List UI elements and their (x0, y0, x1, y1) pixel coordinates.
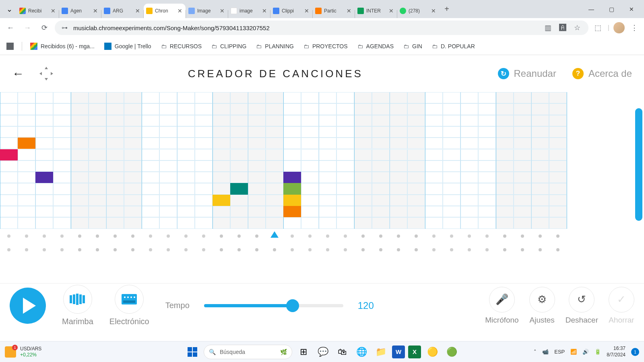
note-block[interactable] (230, 183, 248, 194)
grid-cell[interactable] (106, 183, 124, 194)
grid-cell[interactable] (390, 149, 407, 160)
grid-cell[interactable] (35, 115, 53, 126)
grid-cell[interactable] (301, 138, 319, 149)
grid-cell[interactable] (425, 183, 443, 194)
about-button[interactable]: ? Acerca de (572, 68, 632, 79)
grid-cell[interactable] (106, 160, 124, 172)
bookmark-item[interactable]: Google | Trello (104, 43, 151, 50)
browser-tab[interactable]: (278)✕ (397, 4, 439, 18)
grid-cell[interactable] (89, 126, 106, 138)
grid-cell[interactable] (407, 206, 425, 217)
grid-cell[interactable] (549, 92, 567, 103)
grid-cell[interactable] (53, 115, 71, 126)
grid-cell[interactable] (336, 126, 354, 138)
drum-cell[interactable] (326, 248, 329, 251)
grid-cell[interactable] (460, 115, 478, 126)
drum-cell[interactable] (539, 248, 542, 251)
drum-cell[interactable] (450, 248, 453, 251)
grid-cell[interactable] (71, 183, 89, 194)
grid-cell[interactable] (18, 92, 35, 103)
grid-cell[interactable] (142, 92, 159, 103)
grid-cell[interactable] (336, 92, 354, 103)
drum-cell[interactable] (361, 234, 365, 238)
grid-cell[interactable] (496, 206, 514, 217)
site-info-icon[interactable]: ⊶ (60, 24, 68, 32)
grid-cell[interactable] (53, 172, 71, 183)
grid-cell[interactable] (35, 92, 53, 103)
grid-cell[interactable] (53, 149, 71, 160)
grid-cell[interactable] (195, 126, 213, 138)
grid-cell[interactable] (301, 172, 319, 183)
grid-cell[interactable] (35, 217, 53, 228)
grid-cell[interactable] (531, 92, 549, 103)
grid-cell[interactable] (230, 172, 248, 183)
grid-cell[interactable] (71, 138, 89, 149)
grid-cell[interactable] (336, 195, 354, 206)
grid-cell[interactable] (177, 103, 195, 115)
grid-cell[interactable] (460, 92, 478, 103)
grid-cell[interactable] (0, 103, 18, 115)
grid-cell[interactable] (390, 160, 407, 172)
grid-cell[interactable] (230, 126, 248, 138)
grid-cell[interactable] (248, 206, 266, 217)
grid-cell[interactable] (354, 92, 372, 103)
grid-cell[interactable] (336, 206, 354, 217)
grid-cell[interactable] (142, 126, 159, 138)
taskbar-widgets[interactable]: 1 USD/ARS +0,22% (5, 346, 41, 358)
drum-cell[interactable] (415, 248, 418, 251)
grid-cell[interactable] (159, 160, 177, 172)
grid-cell[interactable] (177, 206, 195, 217)
grid-cell[interactable] (531, 206, 549, 217)
bookmark-item[interactable]: 🗀RECURSOS (161, 43, 202, 50)
grid-cell[interactable] (478, 92, 496, 103)
grid-cell[interactable] (514, 183, 531, 194)
grid-cell[interactable] (177, 217, 195, 228)
drum-cell[interactable] (291, 248, 294, 251)
grid-cell[interactable] (443, 195, 460, 206)
grid-cell[interactable] (407, 92, 425, 103)
move-icon[interactable] (39, 67, 53, 80)
grid-cell[interactable] (407, 138, 425, 149)
reader-icon[interactable]: ▥ (543, 22, 554, 33)
grid-cell[interactable] (514, 172, 531, 183)
grid-cell[interactable] (460, 149, 478, 160)
grid-cell[interactable] (142, 160, 159, 172)
grid-cell[interactable] (443, 217, 460, 228)
grid-cell[interactable] (514, 217, 531, 228)
grid-cell[interactable] (159, 103, 177, 115)
grid-cell[interactable] (425, 126, 443, 138)
grid-cell[interactable] (142, 217, 159, 228)
grid-cell[interactable] (53, 217, 71, 228)
grid-cell[interactable] (354, 103, 372, 115)
tray-volume-icon[interactable]: 🔊 (582, 349, 589, 355)
grid-cell[interactable] (195, 217, 213, 228)
grid-cell[interactable] (248, 126, 266, 138)
browser-tab[interactable]: Clippi✕ (270, 4, 312, 18)
grid-cell[interactable] (319, 172, 336, 183)
grid-cell[interactable] (18, 103, 35, 115)
drum-cell[interactable] (60, 234, 64, 238)
grid-cell[interactable] (319, 115, 336, 126)
grid-cell[interactable] (496, 195, 514, 206)
grid-cell[interactable] (390, 92, 407, 103)
grid-cell[interactable] (106, 149, 124, 160)
drum-cell[interactable] (202, 234, 205, 238)
drum-cell[interactable] (485, 234, 489, 238)
note-block[interactable] (283, 183, 301, 194)
mic-button[interactable]: 🎤 Micrófono (485, 287, 518, 325)
grid-cell[interactable] (531, 103, 549, 115)
grid-cell[interactable] (142, 149, 159, 160)
drum-cell[interactable] (255, 248, 258, 251)
grid-cell[interactable] (478, 195, 496, 206)
grid-cell[interactable] (0, 195, 18, 206)
drum-cell[interactable] (167, 234, 170, 238)
grid-cell[interactable] (230, 149, 248, 160)
drum-cell[interactable] (184, 234, 188, 238)
bookmark-item[interactable]: 🗀CLIPPING (211, 43, 246, 50)
grid-cell[interactable] (106, 92, 124, 103)
grid-cell[interactable] (407, 115, 425, 126)
grid-cell[interactable] (266, 195, 283, 206)
browser-tab[interactable]: Image✕ (186, 4, 228, 18)
grid-cell[interactable] (71, 92, 89, 103)
grid-cell[interactable] (142, 206, 159, 217)
